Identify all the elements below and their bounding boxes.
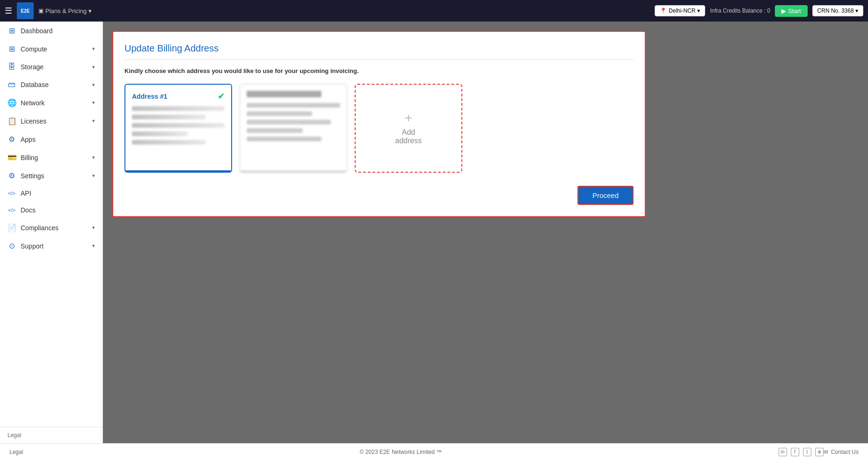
contact-label: Contact Us [831,449,859,455]
panel-title: Update Billing Address [124,43,634,60]
docs-icon: </> [7,207,16,213]
main-layout: ⊞ Dashboard ⊞ Compute ▾ 🗄 Storage ▾ 🗃 Da… [0,22,868,443]
compute-icon: ⊞ [7,44,16,53]
sidebar-item-api[interactable]: </> API [0,185,102,202]
crn-label: CRN No. 3368 [817,7,854,14]
breadcrumb-arrow-icon: ▾ [88,7,92,15]
sidebar-label-api: API [21,190,31,197]
sidebar-label-apps: Apps [21,136,36,143]
compliances-icon: 📄 [7,223,16,232]
sidebar-label-compute: Compute [21,45,47,53]
address-card-1[interactable]: Address #1 ✔ [124,84,232,173]
network-icon: 🌐 [7,98,16,107]
start-icon: ▶ [781,7,786,15]
content-area: Update Billing Address Kindly choose whi… [103,22,868,443]
billing-chevron-icon: ▾ [92,154,95,161]
sidebar-label-docs: Docs [21,206,36,214]
sidebar-item-storage[interactable]: 🗄 Storage ▾ [0,58,102,76]
facebook-icon[interactable]: f [791,448,799,456]
footer-social-icons: in f t ⊕ [779,448,824,456]
sidebar-item-compute[interactable]: ⊞ Compute ▾ [0,40,102,58]
address-cards-container: Address #1 ✔ [124,84,634,173]
add-address-label: Addaddress [395,128,422,145]
storage-chevron-icon: ▾ [92,64,95,70]
footer-legal-link[interactable]: Legal [9,449,23,455]
billing-icon: 💳 [7,153,16,162]
top-header: ☰ E2E ▣ Plans & Pricing ▾ 📍 Delhi-NCR ▾ … [0,0,868,22]
address-card-2[interactable] [240,84,347,173]
sidebar-label-compliances: Compliances [21,224,58,232]
compliances-chevron-icon: ▾ [92,225,95,231]
licenses-chevron-icon: ▾ [92,118,95,124]
proceed-row: Proceed [124,182,634,205]
sidebar-label-settings: Settings [21,172,44,180]
update-billing-panel: Update Billing Address Kindly choose whi… [112,31,646,217]
database-icon: 🗃 [7,80,16,89]
address-1-line-4 [132,131,188,136]
licenses-icon: 📋 [7,117,16,125]
breadcrumb-text: Plans & Pricing [45,7,87,15]
region-selector[interactable]: 📍 Delhi-NCR ▾ [655,5,705,16]
address-1-check-icon: ✔ [218,91,225,102]
page-footer: Legal © 2023 E2E Networks Limited ™ in f… [0,443,868,460]
region-label: Delhi-NCR [669,7,695,14]
sidebar-label-storage: Storage [21,63,44,71]
rss-icon[interactable]: ⊕ [815,448,824,456]
plans-icon: ▣ [38,7,44,14]
sidebar-label-billing: Billing [21,154,38,161]
start-label: Start [788,7,801,15]
sidebar: ⊞ Dashboard ⊞ Compute ▾ 🗄 Storage ▾ 🗃 Da… [0,22,103,443]
address-1-line-3 [132,123,225,128]
settings-icon: ⚙ [7,171,16,180]
network-chevron-icon: ▾ [92,100,95,106]
sidebar-item-compliances[interactable]: 📄 Compliances ▾ [0,219,102,237]
footer-contact[interactable]: ✉ Contact Us [824,449,859,455]
sidebar-label-support: Support [21,242,44,250]
start-button[interactable]: ▶ Start [775,5,807,17]
sidebar-legal-link[interactable]: Legal [0,427,102,443]
contact-icon: ✉ [824,449,828,455]
sidebar-item-licenses[interactable]: 📋 Licenses ▾ [0,112,102,130]
panel-subtitle: Kindly choose which address you would li… [124,67,634,74]
address-1-line-5 [132,140,206,145]
sidebar-label-licenses: Licenses [21,117,46,125]
app-logo: E2E [17,2,34,19]
add-address-card[interactable]: + Addaddress [355,84,462,173]
sidebar-item-apps[interactable]: ⚙ Apps [0,130,102,148]
sidebar-label-network: Network [21,99,44,107]
address-1-title: Address #1 ✔ [132,91,225,102]
crn-arrow-icon: ▾ [855,7,858,14]
storage-icon: 🗄 [7,63,16,71]
sidebar-item-docs[interactable]: </> Docs [0,202,102,219]
database-chevron-icon: ▾ [92,82,95,88]
compute-chevron-icon: ▾ [92,46,95,52]
sidebar-item-support[interactable]: ⊙ Support ▾ [0,237,102,255]
infra-credits-balance: Infra Credits Balance : 0 [710,7,770,14]
hamburger-menu-icon[interactable]: ☰ [5,6,12,16]
footer-copyright: © 2023 E2E Networks Limited ™ [23,449,778,455]
twitter-icon[interactable]: t [803,448,811,456]
sidebar-item-database[interactable]: 🗃 Database ▾ [0,76,102,94]
add-address-plus-icon: + [405,111,412,124]
crn-selector[interactable]: CRN No. 3368 ▾ [812,5,863,16]
sidebar-item-billing[interactable]: 💳 Billing ▾ [0,148,102,167]
sidebar-label-dashboard: Dashboard [21,27,53,35]
support-chevron-icon: ▾ [92,243,95,249]
address-2-underline [240,171,347,172]
address-1-underline [125,170,231,172]
apps-icon: ⚙ [7,135,16,144]
address-1-line-1 [132,106,225,111]
sidebar-item-settings[interactable]: ⚙ Settings ▾ [0,167,102,185]
breadcrumb[interactable]: ▣ Plans & Pricing ▾ [38,7,92,15]
sidebar-label-database: Database [21,81,49,88]
sidebar-item-network[interactable]: 🌐 Network ▾ [0,94,102,112]
dashboard-icon: ⊞ [7,26,16,35]
proceed-button[interactable]: Proceed [577,186,634,205]
address-1-line-2 [132,115,206,119]
pin-icon: 📍 [660,7,667,14]
support-icon: ⊙ [7,241,16,250]
sidebar-item-dashboard[interactable]: ⊞ Dashboard [0,22,102,40]
linkedin-icon[interactable]: in [779,448,787,456]
api-icon: </> [7,190,16,196]
settings-chevron-icon: ▾ [92,173,95,179]
